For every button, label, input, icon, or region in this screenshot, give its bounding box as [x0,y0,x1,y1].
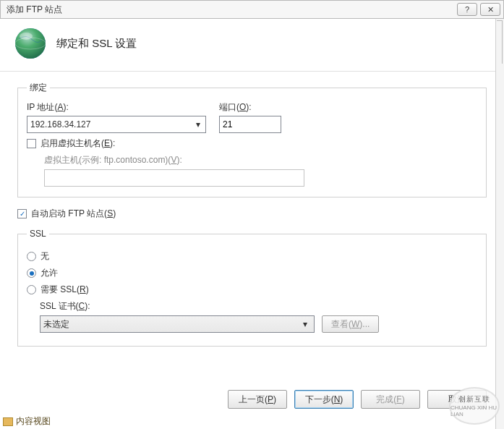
ssl-cert-row: SSL 证书(C): 未选定 ▾ 查看(W)... [40,300,477,333]
outer-corner [497,20,503,64]
ssl-require-label: 需要 SSL(R) [40,284,89,296]
port-label: 端口(O): [219,101,281,114]
port-field: 端口(O): [219,101,281,133]
ip-label: IP 地址(A): [27,101,206,114]
close-button[interactable]: ✕ [480,3,500,16]
help-button[interactable]: ? [457,3,477,16]
ssl-cert-value: 未选定 [43,318,69,331]
auto-start-row: ✓ 自动启动 FTP 站点(S) [17,208,487,220]
svg-point-3 [20,33,33,40]
binding-legend: 绑定 [27,82,50,94]
auto-start-label: 自动启动 FTP 站点(S) [31,208,116,220]
virtual-hostname-input[interactable] [44,169,304,187]
watermark-logo: 创新互联 CHUANG XIN HU LIAN [449,387,500,425]
page-title: 绑定和 SSL 设置 [56,37,137,51]
wizard-content: 绑定 IP 地址(A): 192.168.34.127 ▾ 端口(O): [0,72,504,347]
previous-button[interactable]: 上一页(P) [228,390,287,409]
titlebar: 添加 FTP 站点 ? ✕ [0,0,504,19]
ssl-allow-label: 允许 [40,267,58,279]
window-title: 添加 FTP 站点 [7,4,457,16]
chevron-down-icon: ▾ [299,319,311,329]
binding-group: 绑定 IP 地址(A): 192.168.34.127 ▾ 端口(O): [17,82,487,197]
ssl-legend: SSL [27,229,49,239]
auto-start-checkbox[interactable]: ✓ [17,209,27,218]
virtual-host-checkbox-row: 启用虚拟主机名(E): [27,137,477,150]
next-button[interactable]: 下一步(N) [294,390,354,409]
ip-address-value: 192.168.34.127 [30,119,90,129]
content-view-tab[interactable]: 内容视图 [3,415,51,428]
ssl-none-radio[interactable] [27,252,36,261]
port-input[interactable] [219,116,281,133]
view-cert-button[interactable]: 查看(W)... [322,315,379,333]
wizard-footer: 上一页(P) 下一步(N) 完成(F) 取消 [228,390,487,409]
ssl-none-label: 无 [40,250,49,263]
ip-address-combo[interactable]: 192.168.34.127 ▾ [27,116,206,133]
finish-button[interactable]: 完成(F) [361,390,420,409]
svg-point-1 [15,28,46,59]
ip-field: IP 地址(A): 192.168.34.127 ▾ [27,101,206,133]
virtual-hostname-label: 虚拟主机(示例: ftp.contoso.com)(V): [44,155,182,165]
virtual-host-label: 启用虚拟主机名(E): [40,137,115,150]
globe-icon [13,26,48,61]
chevron-down-icon: ▾ [192,119,204,129]
ssl-allow-radio[interactable] [27,268,36,278]
titlebar-buttons: ? ✕ [457,3,500,16]
folder-icon [3,417,13,426]
outer-panel-edge [495,19,504,429]
ssl-cert-label: SSL 证书(C): [40,301,90,311]
virtual-host-subsection: 虚拟主机(示例: ftp.contoso.com)(V): [44,154,477,187]
virtual-host-checkbox[interactable] [27,139,36,148]
ssl-require-radio[interactable] [27,285,36,294]
content-view-label: 内容视图 [16,415,51,428]
ssl-cert-combo[interactable]: 未选定 ▾ [40,315,315,333]
wizard-header: 绑定和 SSL 设置 [0,19,504,72]
ssl-group: SSL 无 允许 需要 SSL(R) SSL 证书(C): 未选定 ▾ [17,229,487,347]
